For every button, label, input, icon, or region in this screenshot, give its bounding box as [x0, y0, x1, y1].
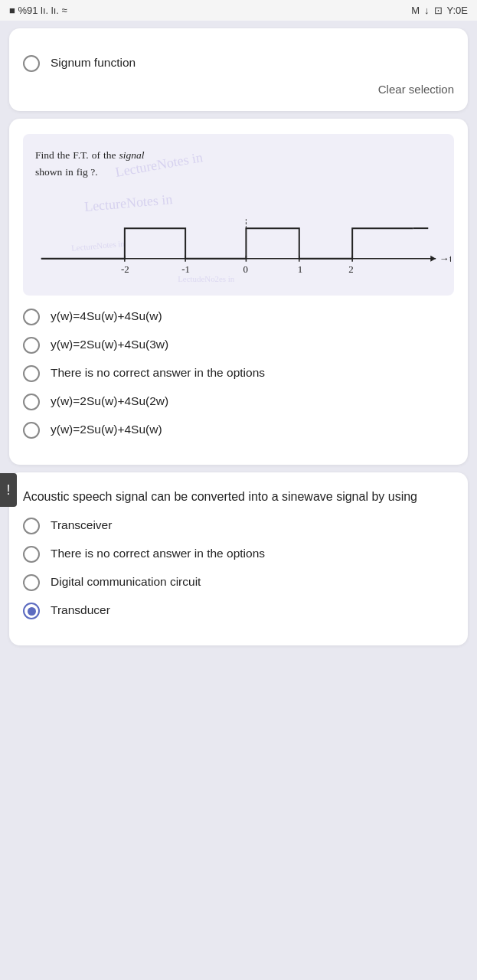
signum-label: Signum function	[51, 54, 136, 71]
svg-text:-1: -1	[181, 263, 190, 274]
acoustic-question: Acoustic speech signal can be converted …	[23, 488, 454, 507]
sidebar-button[interactable]: !	[0, 473, 17, 507]
status-screen-icon: ⊡	[434, 5, 443, 16]
svg-text:LectudeNo2es in: LectudeNo2es in	[178, 273, 235, 283]
acoustic-option-1[interactable]: Transceiver	[23, 517, 454, 534]
status-left-text: ■ %91 lı. lı. ≈	[9, 5, 67, 16]
ft-radio-1[interactable]	[23, 309, 40, 325]
acoustic-options: Transceiver There is no correct answer i…	[23, 517, 454, 619]
card-ft-question: LectureNotes in LectureNotes in Find the…	[9, 119, 468, 465]
ft-graph: -2 -1 0 1 2 →t	[26, 190, 451, 289]
sidebar-icon: !	[6, 482, 10, 498]
signum-option[interactable]: Signum function	[23, 54, 454, 72]
ft-label-1: y(w)=4Su(w)+4Su(w)	[51, 308, 162, 325]
ft-option-3[interactable]: There is no correct answer in the option…	[23, 364, 454, 382]
question-image-area: LectureNotes in LectureNotes in Find the…	[23, 134, 454, 296]
ft-option-5[interactable]: y(w)=2Su(w)+4Su(w)	[23, 421, 454, 439]
svg-text:→t: →t	[439, 253, 451, 263]
acoustic-label-4: Transducer	[51, 602, 110, 619]
ft-label-4: y(w)=2Su(w)+4Su(2w)	[51, 393, 168, 410]
svg-text:0: 0	[243, 263, 247, 274]
acoustic-radio-3[interactable]	[23, 574, 40, 591]
status-download-icon: ↓	[424, 5, 430, 16]
signum-radio[interactable]	[23, 55, 40, 72]
acoustic-label-3: Digital communication circuit	[51, 573, 201, 590]
ft-options: y(w)=4Su(w)+4Su(w) y(w)=2Su(w)+4Su(3w) T…	[23, 308, 454, 439]
status-time: Y:0E	[447, 5, 468, 16]
acoustic-option-3[interactable]: Digital communication circuit	[23, 573, 454, 591]
acoustic-radio-2[interactable]	[23, 546, 40, 563]
handwritten-question: Find the F.T. of the signal shown in fig…	[23, 134, 454, 184]
acoustic-option-4[interactable]: Transducer	[23, 602, 454, 619]
ft-radio-4[interactable]	[23, 394, 40, 410]
svg-text:1: 1	[298, 263, 302, 274]
acoustic-radio-1[interactable]	[23, 518, 40, 534]
status-left: ■ %91 lı. lı. ≈	[9, 5, 67, 16]
ft-option-2[interactable]: y(w)=2Su(w)+4Su(3w)	[23, 336, 454, 354]
status-right: M ↓ ⊡ Y:0E	[411, 5, 468, 16]
card-acoustic: Acoustic speech signal can be converted …	[9, 472, 468, 646]
graph-area: -2 -1 0 1 2 →t	[23, 184, 454, 296]
ft-label-5: y(w)=2Su(w)+4Su(w)	[51, 421, 162, 438]
ft-option-1[interactable]: y(w)=4Su(w)+4Su(w)	[23, 308, 454, 325]
acoustic-option-2[interactable]: There is no correct answer in the option…	[23, 545, 454, 563]
acoustic-label-1: Transceiver	[51, 517, 112, 534]
svg-text:LectureNotes in: LectureNotes in	[71, 238, 126, 252]
clear-selection[interactable]: Clear selection	[23, 83, 454, 96]
acoustic-label-2: There is no correct answer in the option…	[51, 545, 265, 562]
ft-label-3: There is no correct answer in the option…	[51, 364, 265, 381]
svg-text:-2: -2	[121, 263, 129, 274]
acoustic-radio-4[interactable]	[23, 603, 40, 619]
ft-radio-5[interactable]	[23, 422, 40, 439]
svg-marker-1	[430, 255, 436, 261]
status-bar: ■ %91 lı. lı. ≈ M ↓ ⊡ Y:0E	[0, 0, 477, 21]
ft-option-4[interactable]: y(w)=2Su(w)+4Su(2w)	[23, 393, 454, 410]
ft-label-2: y(w)=2Su(w)+4Su(3w)	[51, 336, 168, 353]
svg-text:2: 2	[348, 263, 353, 274]
card-signum: Signum function Clear selection	[9, 28, 468, 111]
ft-radio-3[interactable]	[23, 365, 40, 382]
ft-radio-2[interactable]	[23, 337, 40, 354]
status-mail-icon: M	[411, 5, 420, 16]
